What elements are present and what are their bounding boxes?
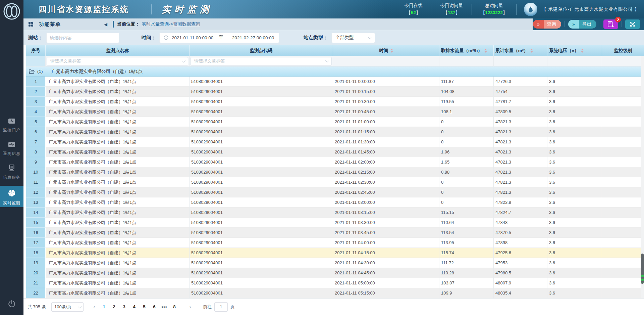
breadcrumb-parent[interactable]: 实时水量查询-> [142, 21, 173, 27]
row-station-code: 5108029004001 [190, 157, 333, 167]
row-voltage: 3.6 [547, 177, 602, 187]
goto-page-input[interactable] [214, 302, 228, 312]
row-time: 2021-01-11 03:30:00 [333, 218, 439, 228]
sidebar-item-info-service[interactable]: 信息服务 [0, 165, 23, 180]
column-header-time[interactable]: 时间 [333, 45, 439, 56]
table-row[interactable]: 21 广元市高力水泥实业有限公司（自建）1站1点 5108029004001 2… [26, 278, 644, 288]
table-row[interactable]: 19 广元市高力水泥实业有限公司（自建）1站1点 5108029004001 2… [26, 258, 644, 268]
alarm-report-button[interactable]: 2 [603, 19, 618, 29]
column-header-voltage[interactable]: 系统电压（v） [547, 45, 602, 56]
page-button[interactable]: 6 [149, 302, 159, 312]
row-station-name: 广元市高力水泥实业有限公司（自建）1站1点 [46, 288, 190, 298]
row-station-code: 5108029004001 [190, 238, 333, 248]
sort-carets-icon[interactable] [530, 49, 533, 53]
row-time: 2021-01-11 05:00:00 [333, 278, 439, 288]
chevron-down-icon [182, 59, 185, 62]
row-time: 2021-01-11 00:15:00 [333, 87, 439, 97]
page-button[interactable]: 4 [129, 302, 139, 312]
row-voltage: 3.6 [547, 107, 602, 117]
row-total: 47870.5 [494, 228, 547, 238]
stat-value: 【137】 [440, 10, 463, 16]
row-total: 47980.5 [494, 268, 547, 278]
row-total: 47821.3 [494, 127, 547, 137]
table-row[interactable]: 3 广元市高力水泥实业有限公司（自建）1站1点 5108029004001 20… [26, 97, 644, 107]
row-seq: 6 [26, 127, 46, 137]
page-button[interactable]: 3 [119, 302, 129, 312]
table-row[interactable]: 1 广元市高力水泥实业有限公司（自建）1站1点 5108029004001 20… [26, 77, 644, 87]
row-total: 47821.3 [494, 167, 547, 177]
stat-visits-total: 总访问量 【1233222】 [472, 3, 516, 16]
scrollbar-thumb[interactable] [641, 254, 644, 284]
row-seq: 19 [26, 258, 46, 268]
row-flow: 111.87 [439, 77, 494, 87]
row-station-name: 广元市高力水泥实业有限公司（自建）1站1点 [46, 87, 190, 97]
sidebar-item-telemetry[interactable]: 遥测信息 [0, 142, 23, 156]
time-range-picker[interactable]: 2021-01-11 00:00:00 至 2021-02-27 00:00:0… [159, 33, 279, 43]
time-end-value[interactable]: 2021-02-27 00:00:00 [232, 35, 274, 40]
sidebar-item-label: 监控门户 [0, 127, 23, 133]
sort-carets-icon[interactable] [390, 49, 393, 53]
breadcrumb: 实时水量查询->监测数据查询 [142, 21, 200, 27]
sidebar-item-realtime-monitor[interactable]: 实时监测 [0, 186, 23, 207]
query-button[interactable]: » 查询 [533, 20, 561, 29]
code-filter-select[interactable]: 请选择文章标签 [191, 57, 332, 65]
table-row[interactable]: 18 广元市高力水泥实业有限公司（自建）1站1点 5108029004001 2… [26, 248, 644, 258]
table-row[interactable]: 4 广元市高力水泥实业有限公司（自建）1站1点 5108029004001 20… [26, 107, 644, 117]
table-row[interactable]: 14 广元市高力水泥实业有限公司（自建）1站1点 5108029004001 2… [26, 208, 644, 218]
breadcrumb-current[interactable]: 监测数据查询 [173, 21, 200, 27]
row-level [602, 258, 644, 268]
station-type-select[interactable]: 全部类型 [331, 33, 375, 43]
table-row[interactable]: 16 广元市高力水泥实业有限公司（自建）1站1点 5108029004001 2… [26, 228, 644, 238]
next-page-button[interactable]: › [185, 304, 195, 310]
row-flow: 110.28 [439, 268, 494, 278]
row-voltage: 3.6 [547, 137, 602, 147]
time-start-value[interactable]: 2021-01-11 00:00:00 [172, 35, 213, 40]
sort-carets-icon[interactable] [581, 49, 584, 53]
page-button[interactable]: 5 [139, 302, 149, 312]
table-row[interactable]: 20 广元市高力水泥实业有限公司（自建）1站1点 5108029004001 2… [26, 268, 644, 278]
filter-cell-name: 请选择文章标签 [46, 56, 190, 66]
row-level [602, 77, 644, 87]
row-time: 2021-01-11 02:45:00 [333, 187, 439, 197]
column-header-total[interactable]: 累计水量（m³） [494, 45, 547, 56]
prev-page-button[interactable]: ‹ [90, 304, 99, 310]
sidebar-item-label: 实时监测 [0, 200, 23, 206]
row-flow: 113.95 [439, 238, 494, 248]
table-row[interactable]: 17 广元市高力水泥实业有限公司（自建）1站1点 5108029004001 2… [26, 238, 644, 248]
table-row[interactable]: 7 广元市高力水泥实业有限公司（自建）1站1点 5108029004001 20… [26, 137, 644, 147]
page-button[interactable]: 8 [169, 302, 179, 312]
table-row[interactable]: 2 广元市高力水泥实业有限公司（自建）1站1点 5108029004001 20… [26, 87, 644, 97]
page-button[interactable]: 2 [109, 302, 119, 312]
station-input[interactable] [46, 33, 119, 43]
row-voltage: 3.6 [547, 127, 602, 137]
row-station-name: 广元市高力水泥实业有限公司（自建）1站1点 [46, 238, 190, 248]
table-row[interactable]: 5 广元市高力水泥实业有限公司（自建）1站1点 5108029004001 20… [26, 117, 644, 127]
table-row[interactable]: 13 广元市高力水泥实业有限公司（自建）1站1点 5108029004001 2… [26, 197, 644, 208]
group-row[interactable]: (1) 广元市高力水泥实业有限公司（自建）1站1点 [26, 66, 644, 77]
row-total: 47843 [494, 218, 547, 228]
page-size-select[interactable]: 100条/页 [51, 302, 84, 312]
sort-carets-icon[interactable] [484, 49, 487, 53]
table-row[interactable]: 10 广元市高力水泥实业有限公司（自建）1站1点 5108029004001 2… [26, 167, 644, 177]
table-row[interactable]: 15 广元市高力水泥实业有限公司（自建）1站1点 5108029004001 2… [26, 218, 644, 228]
table-row[interactable]: 6 广元市高力水泥实业有限公司（自建）1站1点 5108029004001 20… [26, 127, 644, 137]
table-row[interactable]: 11 广元市高力水泥实业有限公司（自建）1站1点 5108029004001 2… [26, 177, 644, 187]
row-seq: 14 [26, 208, 46, 218]
header-divider [151, 4, 152, 14]
name-filter-select[interactable]: 请选择文章标签 [47, 57, 188, 65]
page-button[interactable]: 1 [99, 302, 109, 312]
column-header-flow[interactable]: 取排水流量（m³/h） [439, 45, 494, 56]
row-station-name: 广元市高力水泥实业有限公司（自建）1站1点 [46, 177, 190, 187]
row-level [602, 127, 644, 137]
fullscreen-button[interactable] [625, 19, 640, 29]
sidebar-item-portal[interactable]: 监控门户 [0, 118, 23, 133]
export-button[interactable]: » 导出 [568, 20, 596, 29]
table-row[interactable]: 8 广元市高力水泥实业有限公司（自建）1站1点 5108029004001 20… [26, 147, 644, 157]
table-row[interactable]: 9 广元市高力水泥实业有限公司（自建）1站1点 5108029004001 20… [26, 157, 644, 167]
table-row[interactable]: 12 广元市高力水泥实业有限公司（自建）1站1点 5108029004001 2… [26, 187, 644, 197]
row-seq: 12 [26, 187, 46, 197]
collapse-menu-icon[interactable]: ◀ [104, 22, 107, 27]
page-ellipsis[interactable]: ••• [159, 302, 169, 312]
table-row[interactable]: 22 广元市高力水泥实业有限公司（自建）1站1点 5108029004001 2… [26, 288, 644, 298]
power-icon[interactable] [7, 300, 16, 310]
